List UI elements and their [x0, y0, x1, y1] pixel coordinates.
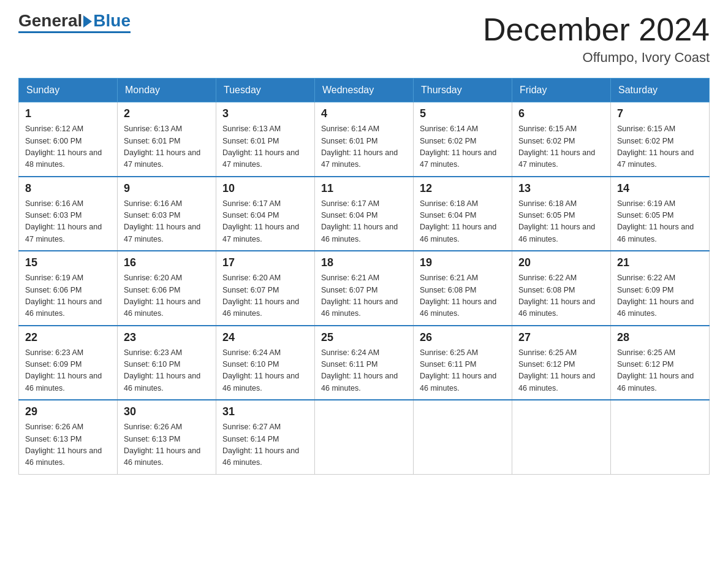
- calendar-cell: 1Sunrise: 6:12 AMSunset: 6:00 PMDaylight…: [19, 102, 118, 177]
- day-number: 16: [124, 256, 210, 269]
- day-number: 9: [124, 182, 210, 195]
- day-number: 20: [518, 256, 604, 269]
- day-number: 23: [124, 331, 210, 344]
- day-info: Sunrise: 6:12 AMSunset: 6:00 PMDaylight:…: [25, 123, 111, 171]
- calendar-cell: 24Sunrise: 6:24 AMSunset: 6:10 PMDayligh…: [216, 326, 315, 400]
- header-friday: Friday: [512, 79, 611, 102]
- header-wednesday: Wednesday: [315, 79, 414, 102]
- day-info: Sunrise: 6:17 AMSunset: 6:04 PMDaylight:…: [321, 198, 407, 246]
- header-thursday: Thursday: [414, 79, 512, 102]
- day-info: Sunrise: 6:20 AMSunset: 6:06 PMDaylight:…: [124, 272, 210, 320]
- calendar-cell: 6Sunrise: 6:15 AMSunset: 6:02 PMDaylight…: [512, 102, 611, 177]
- calendar-cell: [414, 400, 512, 474]
- calendar-cell: 22Sunrise: 6:23 AMSunset: 6:09 PMDayligh…: [19, 326, 118, 400]
- calendar-header-row: SundayMondayTuesdayWednesdayThursdayFrid…: [19, 79, 710, 102]
- logo-arrow-icon: [83, 15, 92, 28]
- day-number: 17: [222, 256, 308, 269]
- day-number: 18: [321, 256, 407, 269]
- day-number: 4: [321, 107, 407, 120]
- header-tuesday: Tuesday: [216, 79, 315, 102]
- day-info: Sunrise: 6:14 AMSunset: 6:02 PMDaylight:…: [420, 123, 506, 171]
- calendar-cell: [315, 400, 414, 474]
- day-info: Sunrise: 6:20 AMSunset: 6:07 PMDaylight:…: [222, 272, 308, 320]
- day-number: 12: [420, 182, 506, 195]
- day-info: Sunrise: 6:27 AMSunset: 6:14 PMDaylight:…: [222, 421, 308, 469]
- day-number: 13: [518, 182, 604, 195]
- day-number: 25: [321, 331, 407, 344]
- calendar-cell: 20Sunrise: 6:22 AMSunset: 6:08 PMDayligh…: [512, 251, 611, 326]
- calendar-cell: 23Sunrise: 6:23 AMSunset: 6:10 PMDayligh…: [118, 326, 216, 400]
- day-info: Sunrise: 6:26 AMSunset: 6:13 PMDaylight:…: [25, 421, 111, 469]
- calendar-cell: 8Sunrise: 6:16 AMSunset: 6:03 PMDaylight…: [19, 177, 118, 251]
- logo-blue-text: Blue: [93, 12, 131, 29]
- day-info: Sunrise: 6:21 AMSunset: 6:08 PMDaylight:…: [420, 272, 506, 320]
- day-info: Sunrise: 6:15 AMSunset: 6:02 PMDaylight:…: [617, 123, 703, 171]
- calendar-cell: 26Sunrise: 6:25 AMSunset: 6:11 PMDayligh…: [414, 326, 512, 400]
- logo-general-text: General: [18, 12, 82, 29]
- day-info: Sunrise: 6:21 AMSunset: 6:07 PMDaylight:…: [321, 272, 407, 320]
- header-saturday: Saturday: [611, 79, 710, 102]
- day-info: Sunrise: 6:18 AMSunset: 6:05 PMDaylight:…: [518, 198, 604, 246]
- day-number: 10: [222, 182, 308, 195]
- calendar-cell: 25Sunrise: 6:24 AMSunset: 6:11 PMDayligh…: [315, 326, 414, 400]
- day-info: Sunrise: 6:13 AMSunset: 6:01 PMDaylight:…: [222, 123, 308, 171]
- calendar-cell: 13Sunrise: 6:18 AMSunset: 6:05 PMDayligh…: [512, 177, 611, 251]
- day-number: 5: [420, 107, 506, 120]
- calendar-cell: 7Sunrise: 6:15 AMSunset: 6:02 PMDaylight…: [611, 102, 710, 177]
- calendar-cell: 16Sunrise: 6:20 AMSunset: 6:06 PMDayligh…: [118, 251, 216, 326]
- day-info: Sunrise: 6:19 AMSunset: 6:06 PMDaylight:…: [25, 272, 111, 320]
- day-info: Sunrise: 6:23 AMSunset: 6:10 PMDaylight:…: [124, 347, 210, 395]
- calendar-cell: 17Sunrise: 6:20 AMSunset: 6:07 PMDayligh…: [216, 251, 315, 326]
- calendar-cell: 4Sunrise: 6:14 AMSunset: 6:01 PMDaylight…: [315, 102, 414, 177]
- calendar-cell: 9Sunrise: 6:16 AMSunset: 6:03 PMDaylight…: [118, 177, 216, 251]
- day-info: Sunrise: 6:19 AMSunset: 6:05 PMDaylight:…: [617, 198, 703, 246]
- day-info: Sunrise: 6:25 AMSunset: 6:12 PMDaylight:…: [617, 347, 703, 395]
- calendar-cell: 11Sunrise: 6:17 AMSunset: 6:04 PMDayligh…: [315, 177, 414, 251]
- day-number: 26: [420, 331, 506, 344]
- calendar-cell: 3Sunrise: 6:13 AMSunset: 6:01 PMDaylight…: [216, 102, 315, 177]
- day-number: 22: [25, 331, 111, 344]
- header-monday: Monday: [118, 79, 216, 102]
- day-number: 29: [25, 405, 111, 418]
- calendar-cell: 18Sunrise: 6:21 AMSunset: 6:07 PMDayligh…: [315, 251, 414, 326]
- header-sunday: Sunday: [19, 79, 118, 102]
- day-info: Sunrise: 6:16 AMSunset: 6:03 PMDaylight:…: [25, 198, 111, 246]
- day-number: 15: [25, 256, 111, 269]
- calendar-cell: 21Sunrise: 6:22 AMSunset: 6:09 PMDayligh…: [611, 251, 710, 326]
- calendar-cell: 10Sunrise: 6:17 AMSunset: 6:04 PMDayligh…: [216, 177, 315, 251]
- calendar-cell: [512, 400, 611, 474]
- month-title: December 2024: [483, 12, 710, 47]
- title-section: December 2024 Offumpo, Ivory Coast: [483, 12, 710, 66]
- day-info: Sunrise: 6:13 AMSunset: 6:01 PMDaylight:…: [124, 123, 210, 171]
- day-info: Sunrise: 6:26 AMSunset: 6:13 PMDaylight:…: [124, 421, 210, 469]
- calendar-week-1: 1Sunrise: 6:12 AMSunset: 6:00 PMDaylight…: [19, 102, 710, 177]
- day-number: 2: [124, 107, 210, 120]
- page-header: General Blue December 2024 Offumpo, Ivor…: [18, 12, 710, 66]
- day-info: Sunrise: 6:15 AMSunset: 6:02 PMDaylight:…: [518, 123, 604, 171]
- calendar-cell: 31Sunrise: 6:27 AMSunset: 6:14 PMDayligh…: [216, 400, 315, 474]
- calendar-cell: [611, 400, 710, 474]
- day-number: 11: [321, 182, 407, 195]
- calendar-cell: 14Sunrise: 6:19 AMSunset: 6:05 PMDayligh…: [611, 177, 710, 251]
- day-number: 30: [124, 405, 210, 418]
- logo: General Blue: [18, 12, 131, 33]
- calendar-cell: 27Sunrise: 6:25 AMSunset: 6:12 PMDayligh…: [512, 326, 611, 400]
- calendar-cell: 29Sunrise: 6:26 AMSunset: 6:13 PMDayligh…: [19, 400, 118, 474]
- day-info: Sunrise: 6:22 AMSunset: 6:08 PMDaylight:…: [518, 272, 604, 320]
- calendar-cell: 28Sunrise: 6:25 AMSunset: 6:12 PMDayligh…: [611, 326, 710, 400]
- calendar-table: SundayMondayTuesdayWednesdayThursdayFrid…: [18, 78, 710, 475]
- calendar-cell: 5Sunrise: 6:14 AMSunset: 6:02 PMDaylight…: [414, 102, 512, 177]
- day-info: Sunrise: 6:23 AMSunset: 6:09 PMDaylight:…: [25, 347, 111, 395]
- calendar-cell: 2Sunrise: 6:13 AMSunset: 6:01 PMDaylight…: [118, 102, 216, 177]
- day-number: 8: [25, 182, 111, 195]
- day-number: 14: [617, 182, 703, 195]
- day-info: Sunrise: 6:25 AMSunset: 6:12 PMDaylight:…: [518, 347, 604, 395]
- logo-underline: [18, 31, 131, 33]
- day-number: 21: [617, 256, 703, 269]
- calendar-week-4: 22Sunrise: 6:23 AMSunset: 6:09 PMDayligh…: [19, 326, 710, 400]
- calendar-cell: 30Sunrise: 6:26 AMSunset: 6:13 PMDayligh…: [118, 400, 216, 474]
- calendar-week-3: 15Sunrise: 6:19 AMSunset: 6:06 PMDayligh…: [19, 251, 710, 326]
- calendar-week-2: 8Sunrise: 6:16 AMSunset: 6:03 PMDaylight…: [19, 177, 710, 251]
- day-number: 3: [222, 107, 308, 120]
- calendar-week-5: 29Sunrise: 6:26 AMSunset: 6:13 PMDayligh…: [19, 400, 710, 474]
